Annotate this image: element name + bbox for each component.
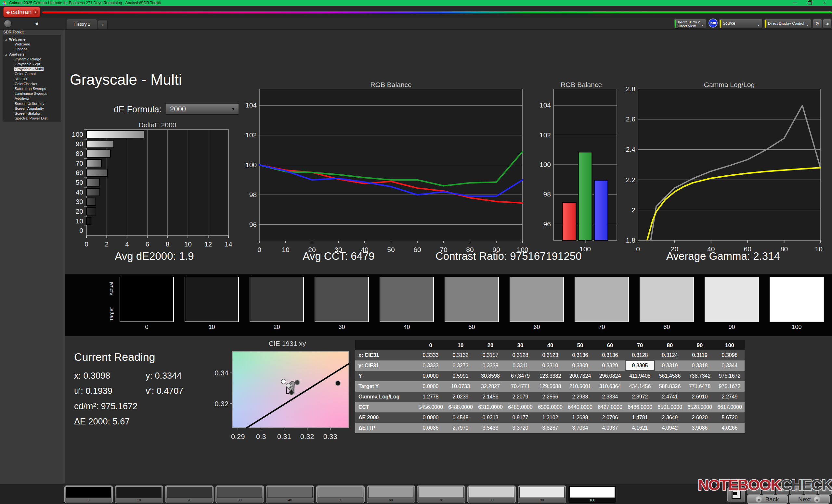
pattern-button-swatch xyxy=(519,487,565,498)
tree-expander-icon[interactable]: ◢ xyxy=(5,52,6,57)
sidebar-item-grayscale-2pt[interactable]: Grayscale - 2pt xyxy=(3,62,61,66)
table-cell: 4.0266 xyxy=(715,423,745,433)
sidebar-item-saturation-sweeps[interactable]: Saturation Sweeps xyxy=(3,86,61,91)
table-cell: 0.3136 xyxy=(595,350,625,361)
source-dropdown[interactable]: Source ▼ xyxy=(719,19,762,29)
tab-history-1[interactable]: History 1 xyxy=(67,19,97,29)
pattern-button-label: 30 xyxy=(217,498,262,502)
sidebar-item-spectral-power-dist-[interactable]: Spectral Power Dist. xyxy=(3,116,61,121)
minimize-button[interactable] xyxy=(787,0,802,6)
table-cell: 129.5688 xyxy=(535,381,565,392)
svg-text:2.8: 2.8 xyxy=(626,85,635,92)
footer-pattern-button-60[interactable]: 60 xyxy=(367,485,415,503)
svg-text:70: 70 xyxy=(76,160,83,167)
sidebar-item-additivity[interactable]: Additivity xyxy=(3,96,61,101)
svg-text:0.33: 0.33 xyxy=(323,432,337,441)
table-cell: 2.1456 xyxy=(475,392,505,402)
footer-pattern-button-90[interactable]: 90 xyxy=(518,485,566,503)
table-cell: 3.8287 xyxy=(535,423,565,433)
back-button[interactable]: « Back xyxy=(747,495,788,504)
sidebar-item-screen-angularity[interactable]: Screen Angularity xyxy=(3,106,61,111)
svg-text:102: 102 xyxy=(540,131,551,139)
sidebar-item-analysis[interactable]: ◢Analysis xyxy=(3,52,61,57)
table-cell-selected[interactable]: 0.3305 xyxy=(625,361,655,371)
collapse-right-button[interactable]: ◀ xyxy=(823,19,831,29)
display-control-dropdown[interactable]: Direct Display Control ▼ xyxy=(764,19,811,29)
table-cell: 3.7034 xyxy=(565,423,595,433)
reading-luminance: cd/m²: 975.1672 xyxy=(74,401,137,412)
sidebar-item-welcome[interactable]: ◢Welcome xyxy=(3,37,61,42)
tree-expander-icon[interactable]: ◢ xyxy=(5,37,6,42)
add-tab-button[interactable]: + xyxy=(98,20,108,29)
table-cell: 0.0000 xyxy=(416,413,446,423)
sidebar-item-screen-stability[interactable]: Screen Stability xyxy=(3,111,61,116)
svg-text:2.4: 2.4 xyxy=(626,145,636,153)
meter-count-badge[interactable]: 238 xyxy=(708,19,718,28)
sidebar-item-colorchecker[interactable]: ColorChecker xyxy=(3,82,61,86)
sidebar-item-color-gamut[interactable]: Color Gamut xyxy=(3,72,61,76)
footer-tool-button-6[interactable] xyxy=(818,486,832,495)
calman-menu-button[interactable]: ◈ calman ▼ xyxy=(3,7,40,17)
restore-button[interactable] xyxy=(802,0,817,6)
footer-pattern-button-0[interactable]: 0 xyxy=(64,485,113,503)
pattern-window-button[interactable] xyxy=(727,487,745,502)
pattern-button-swatch xyxy=(167,487,212,498)
table-col-header-10: 10 xyxy=(446,340,475,350)
footer-tool-button-3[interactable] xyxy=(776,486,789,495)
sidebar-item-grayscale-multi[interactable]: Grayscale - Multi xyxy=(3,66,61,72)
sidebar-item-3d-lut[interactable]: 3D LUT xyxy=(3,77,61,82)
sidebar-item-options[interactable]: Options xyxy=(3,47,61,52)
footer-tool-button-5[interactable] xyxy=(804,486,817,495)
table-cell: 32.2827 xyxy=(475,381,505,392)
source-label: Source xyxy=(723,22,735,25)
footer-pattern-button-70[interactable]: 70 xyxy=(417,485,465,503)
footer-pattern-button-10[interactable]: 10 xyxy=(115,485,163,503)
table-cell: 1.4781 xyxy=(625,413,655,423)
table-cell: 6509.0000 xyxy=(535,402,565,413)
svg-text:RGB Balance: RGB Balance xyxy=(370,81,412,88)
close-button[interactable]: × xyxy=(817,0,832,6)
current-reading-title: Current Reading xyxy=(74,351,155,363)
table-cell: 0.9177 xyxy=(505,413,535,423)
footer-tool-button-4[interactable] xyxy=(790,486,803,495)
pattern-button-label: 70 xyxy=(419,498,464,502)
meter-dropdown[interactable]: X-Rite i1Pro 2Direct View ▼ xyxy=(674,19,706,29)
pattern-swatch-100 xyxy=(770,277,824,322)
settings-button[interactable]: ⚙ xyxy=(813,19,822,29)
collapse-left-icon[interactable]: ◀ xyxy=(32,20,40,27)
table-cell: 0.3309 xyxy=(565,361,595,371)
sidebar-item-screen-uniformity[interactable]: Screen Uniformity xyxy=(3,101,61,106)
table-cell: 2.2749 xyxy=(715,392,745,402)
sidebar-item-welcome[interactable]: Welcome xyxy=(3,42,61,47)
footer-tool-button-1[interactable] xyxy=(748,486,761,495)
footer-pattern-button-30[interactable]: 30 xyxy=(215,485,264,503)
footer-pattern-button-40[interactable]: 40 xyxy=(266,485,314,503)
session-indicator-button[interactable] xyxy=(4,20,12,28)
footer-tool-button-2[interactable] xyxy=(762,486,775,495)
next-arrow-icon: » xyxy=(814,496,820,503)
svg-text:104: 104 xyxy=(245,101,257,109)
table-cell: 1.3102 xyxy=(535,413,565,423)
table-cell: 0.9313 xyxy=(475,413,505,423)
svg-text:20: 20 xyxy=(76,207,83,215)
pattern-button-swatch xyxy=(318,487,363,498)
table-col-header-70: 70 xyxy=(625,340,655,350)
next-button[interactable]: Next » xyxy=(789,495,830,504)
pattern-swatch-label: 40 xyxy=(379,324,435,331)
footer-pattern-button-20[interactable]: 20 xyxy=(165,485,213,503)
svg-text:8: 8 xyxy=(166,240,170,248)
svg-text:10: 10 xyxy=(184,240,191,248)
table-cell: 310.6364 xyxy=(595,381,625,392)
table-row-label: Target Y xyxy=(355,381,416,392)
de-formula-dropdown[interactable]: 2000 ▼ xyxy=(166,103,239,115)
footer-pattern-button-50[interactable]: 50 xyxy=(316,485,365,503)
table-cell: 0.3136 xyxy=(565,350,595,361)
source-status-bar xyxy=(720,20,721,28)
sidebar-item-dynamic-range[interactable]: Dynamic Range xyxy=(3,57,61,62)
pattern-swatch-label: 60 xyxy=(509,324,565,331)
sidebar-title: SDR Toolkit xyxy=(3,30,23,34)
pattern-swatch-10 xyxy=(185,277,239,322)
footer-pattern-button-100[interactable]: 100 xyxy=(568,485,617,503)
footer-pattern-button-80[interactable]: 80 xyxy=(467,485,516,503)
sidebar-item-luminance-sweeps[interactable]: Luminance Sweeps xyxy=(3,91,61,96)
